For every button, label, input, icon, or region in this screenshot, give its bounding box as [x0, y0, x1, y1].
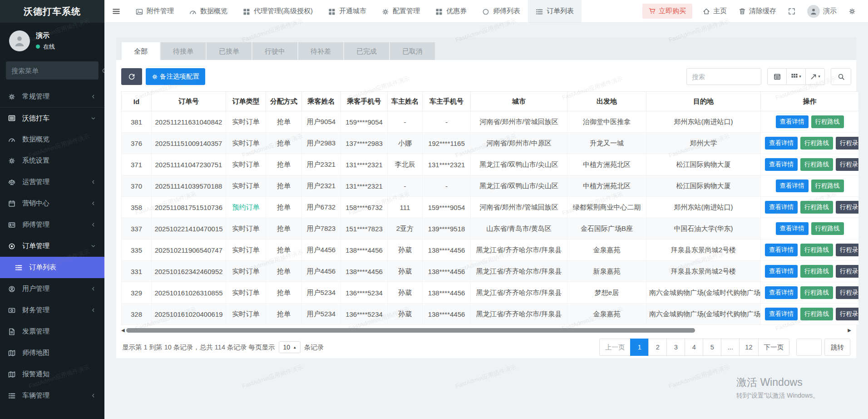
topbar-tab[interactable]: 优惠券	[428, 0, 474, 22]
topbar-tab[interactable]: 数据概览	[182, 0, 235, 22]
status-tab[interactable]: 待补差	[298, 42, 343, 60]
page-size-select[interactable]: 10▴	[279, 341, 301, 353]
audio-button[interactable]: 行程录音	[836, 308, 859, 320]
detail-button[interactable]: 查看详情	[765, 158, 798, 171]
sidebar-item[interactable]: 订单管理	[0, 235, 104, 257]
remark-config-button[interactable]: 备注选项配置	[146, 68, 205, 85]
sidebar-item[interactable]: 用户管理	[0, 278, 104, 299]
topbar-tab[interactable]: 附件管理	[128, 0, 182, 22]
route-button[interactable]: 行程路线	[800, 201, 833, 214]
audio-button[interactable]: 行程录音	[836, 158, 859, 171]
cell-order_no: 202511151009140357	[152, 133, 226, 154]
topbar-tab[interactable]: 师傅列表	[474, 0, 528, 22]
page-5-link[interactable]: 5	[703, 339, 721, 356]
sidebar-item[interactable]: 师傅地图	[0, 342, 104, 364]
topbar-tab[interactable]: 开通城市	[321, 0, 374, 22]
table-row: 331202510162342460952实时订单抢单用户4456138****…	[122, 261, 859, 282]
sidebar-item[interactable]: 报警通知	[0, 364, 104, 385]
topbar-tab[interactable]: 代理管理(高级授权)	[235, 0, 321, 22]
detail-button[interactable]: 查看详情	[765, 201, 798, 214]
detail-button[interactable]: 查看详情	[765, 265, 798, 278]
sidebar-search[interactable]	[6, 61, 99, 80]
status-tab[interactable]: 已取消	[390, 42, 435, 60]
menu-toggle-icon[interactable]	[104, 0, 128, 22]
sidebar-item-label: 师傅地图	[22, 349, 96, 357]
status-tab[interactable]: 行驶中	[252, 42, 297, 60]
sidebar-item[interactable]: 营销中心	[0, 193, 104, 214]
route-button[interactable]: 行程路线	[811, 180, 844, 192]
user-avatar[interactable]	[9, 30, 30, 51]
route-button[interactable]: 行程路线	[800, 158, 833, 171]
detail-button[interactable]: 查看详情	[765, 244, 798, 256]
detail-button[interactable]: 查看详情	[765, 308, 798, 320]
ellipsis-link[interactable]: ...	[721, 339, 740, 356]
fullscreen-icon[interactable]	[782, 0, 801, 22]
buy-now-button[interactable]: 立即购买	[642, 4, 692, 19]
route-button[interactable]: 行程路线	[800, 308, 833, 320]
topbar-tab[interactable]: 配置管理	[374, 0, 428, 22]
sidebar-item[interactable]: 发票管理	[0, 321, 104, 342]
status-tab[interactable]: 已完成	[344, 42, 389, 60]
status-tab[interactable]: 已接单	[207, 42, 252, 60]
sidebar-item[interactable]: 沃德打车	[0, 107, 104, 129]
settings-icon[interactable]	[843, 0, 862, 22]
sidebar-search-input[interactable]	[11, 67, 102, 75]
clear-cache-link[interactable]: 清除缓存	[733, 0, 782, 22]
gauge-icon	[189, 7, 197, 15]
status-tab[interactable]: 待接单	[161, 42, 206, 60]
route-button[interactable]: 行程路线	[811, 115, 844, 128]
scroll-right-icon[interactable]: ▶	[848, 328, 851, 333]
export-button[interactable]: ▾	[805, 68, 825, 85]
detail-button[interactable]: 查看详情	[776, 180, 809, 192]
detail-button[interactable]: 查看详情	[776, 115, 809, 128]
page-12-link[interactable]: 12	[739, 339, 758, 356]
audio-button[interactable]: 行程录音	[836, 201, 859, 214]
detail-button[interactable]: 查看详情	[765, 286, 798, 299]
scrollbar-thumb[interactable]	[126, 328, 695, 333]
audio-button[interactable]: 行程录音	[836, 286, 859, 299]
columns-button[interactable]: ▾	[786, 68, 806, 85]
topbar-tab[interactable]: 订单列表	[528, 0, 582, 22]
route-button[interactable]: 行程路线	[811, 222, 844, 235]
map-icon	[8, 349, 17, 357]
sidebar-item-label: 运营管理	[22, 178, 90, 186]
cell-passenger_phone: 138****4456	[341, 239, 388, 261]
audio-button[interactable]: 行程录音	[836, 265, 859, 278]
sidebar-item[interactable]: 车辆管理	[0, 385, 104, 406]
home-link[interactable]: 主页	[697, 0, 733, 22]
page-4-link[interactable]: 4	[685, 339, 703, 356]
route-button[interactable]: 行程路线	[800, 244, 833, 256]
cell-origin: 金泉嘉苑	[567, 304, 646, 325]
search-button[interactable]	[831, 68, 851, 85]
sidebar-item[interactable]: 财务管理	[0, 299, 104, 321]
audio-button[interactable]: 行程录音	[836, 244, 859, 256]
sidebar-item[interactable]: 常规管理	[0, 86, 104, 107]
page-jump-input[interactable]	[796, 339, 822, 356]
route-button[interactable]: 行程路线	[800, 265, 833, 278]
prev-page-link[interactable]: 上一页	[599, 339, 631, 356]
refresh-button[interactable]	[121, 68, 142, 85]
table-row: 337202510221410470015实时订单抢单用户7823151****…	[122, 218, 859, 239]
page-jump-button[interactable]: 跳转	[824, 339, 850, 356]
next-page-link[interactable]: 下一页	[758, 339, 790, 356]
scroll-left-icon[interactable]: ◀	[121, 328, 125, 333]
sidebar-item[interactable]: 数据概览	[0, 129, 104, 150]
sidebar-item[interactable]: 订单列表	[0, 257, 104, 278]
detail-button[interactable]: 查看详情	[776, 222, 809, 235]
sidebar-item[interactable]: 系统设置	[0, 150, 104, 171]
page-2-link[interactable]: 2	[648, 339, 667, 356]
sidebar-item[interactable]: 师傅管理	[0, 214, 104, 235]
page-1-link[interactable]: 1	[630, 339, 649, 356]
sidebar-item[interactable]: 运营管理	[0, 171, 104, 193]
gears-icon	[8, 93, 17, 100]
audio-button[interactable]: 行程录音	[836, 137, 859, 150]
detail-view-button[interactable]	[767, 68, 787, 85]
route-button[interactable]: 行程路线	[800, 286, 833, 299]
table-search-input[interactable]	[686, 68, 761, 85]
detail-button[interactable]: 查看详情	[765, 137, 798, 150]
topbar-user[interactable]: 演示	[801, 0, 843, 22]
status-tab[interactable]: 全部	[122, 42, 160, 60]
table-footer: 显示第 1 到第 10 条记录，总共 114 条记录 每页显示 10▴ 条记录 …	[121, 337, 851, 356]
page-3-link[interactable]: 3	[666, 339, 685, 356]
route-button[interactable]: 行程路线	[800, 137, 833, 150]
